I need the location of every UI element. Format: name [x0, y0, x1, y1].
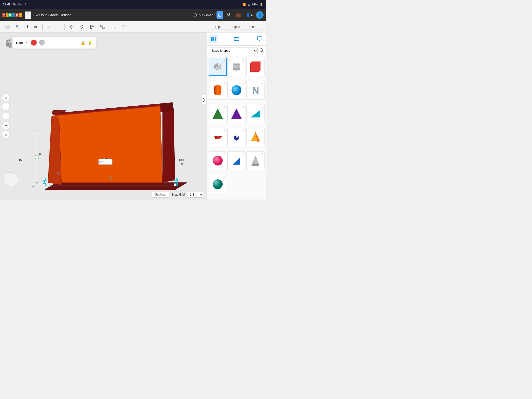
- navigation-circle[interactable]: [3, 172, 18, 187]
- star-icon-14[interactable]: ★: [242, 152, 245, 155]
- text-3d-shape: TEXT: [214, 135, 221, 139]
- svg-text:×: ×: [27, 153, 29, 157]
- pick-tool-button[interactable]: ⚒: [225, 11, 232, 19]
- annotation-icon: [257, 36, 263, 42]
- star-icon-4[interactable]: ★: [223, 82, 226, 85]
- logo-letter-e: E: [16, 13, 18, 17]
- settings-button[interactable]: Settings: [152, 192, 169, 198]
- shape-item-sphere-pink[interactable]: ★: [209, 151, 227, 170]
- undo-button[interactable]: ↩: [45, 23, 53, 31]
- object-name-label: Box: [16, 41, 23, 45]
- shape-item-wedge-blue2[interactable]: ★: [227, 151, 246, 170]
- svg-point-2: [70, 26, 72, 28]
- grid-view-button[interactable]: ⊞: [216, 11, 223, 19]
- shape-item-pyramid-purple[interactable]: ★: [227, 105, 246, 123]
- tinkercad-logo[interactable]: T I N K E R: [2, 13, 22, 17]
- star-icon-15[interactable]: ★: [261, 152, 263, 155]
- ruler-button[interactable]: [232, 34, 241, 43]
- shape-item-box-hatched[interactable]: ★: [209, 58, 227, 76]
- sendto-button[interactable]: Send To: [245, 24, 263, 30]
- star-icon-11[interactable]: ★: [242, 129, 245, 132]
- star-icon-10[interactable]: ★: [223, 129, 226, 132]
- hamburger-menu-button[interactable]: ☰: [25, 11, 31, 19]
- add-user-button[interactable]: 👤+: [244, 12, 254, 19]
- color-picker-solid[interactable]: [31, 40, 37, 46]
- shape-item-text-3d[interactable]: ★ TEXT: [209, 128, 227, 146]
- light-button[interactable]: [77, 23, 86, 31]
- shape-item-cylinder-hatched[interactable]: ★: [227, 58, 246, 76]
- shape-item-box-red[interactable]: ★: [246, 58, 265, 76]
- redo-button[interactable]: ↪: [54, 23, 62, 31]
- delete-button[interactable]: 🗑: [32, 23, 40, 31]
- app-header: T I N K E R ☰ Exquisite Gaaris-Densor AR…: [0, 9, 266, 21]
- toolbar-separator-2: [64, 24, 65, 30]
- avatar-icon: 👤: [258, 13, 262, 17]
- panel-collapse-button[interactable]: ❯: [201, 95, 206, 105]
- shape-item-cylinder-orange[interactable]: ★: [209, 81, 227, 99]
- rotate-handle[interactable]: ↻: [57, 171, 60, 176]
- svg-marker-73: [251, 156, 259, 165]
- logo-letter-t: T: [2, 13, 5, 17]
- camera-icon: [69, 25, 74, 29]
- shape-category-dropdown[interactable]: Basic Shapes: [209, 48, 258, 54]
- grid-layout-button[interactable]: [209, 34, 218, 43]
- viewport-canvas[interactable]: FRONT TOP ⌂ ⊡ + − ◈: [0, 33, 207, 200]
- star-icon-3[interactable]: ★: [261, 59, 263, 61]
- star-icon-5[interactable]: ★: [242, 82, 245, 85]
- svg-line-54: [263, 51, 264, 52]
- star-icon-9[interactable]: ★: [261, 106, 263, 108]
- red-box-shape: [251, 62, 260, 71]
- cone-icon: [250, 155, 260, 166]
- import-button[interactable]: Import: [211, 24, 227, 30]
- svg-marker-25: [48, 106, 163, 183]
- visibility-icon[interactable]: 💡: [87, 40, 92, 45]
- lock-icon[interactable]: 🔒: [81, 40, 85, 45]
- shape-item-sphere3[interactable]: ★: [209, 175, 227, 193]
- 3d-viewport-svg: × ↻ 8 15 ⅜ 13¼ 0 55½: [0, 33, 207, 200]
- shape-item-cube-blue[interactable]: ★: [227, 128, 246, 146]
- shape-item-letter-n[interactable]: ★ N: [246, 81, 265, 99]
- star-icon-16[interactable]: ★: [223, 176, 226, 179]
- camera-button[interactable]: [67, 23, 76, 31]
- annotation-button[interactable]: [255, 34, 264, 43]
- wifi-icon: 📶: [242, 3, 246, 6]
- new-design-button[interactable]: ⬜: [3, 23, 12, 31]
- snap-grid-select[interactable]: 1/8 in: [187, 192, 203, 198]
- shape-tool-2[interactable]: [98, 23, 107, 31]
- search-shapes-button[interactable]: [259, 48, 264, 54]
- user-avatar[interactable]: 👤: [256, 11, 264, 19]
- star-icon-12[interactable]: ★: [261, 129, 263, 132]
- star-icon-1[interactable]: ★: [223, 59, 225, 62]
- star-icon-2[interactable]: ★: [242, 59, 245, 61]
- shape-item-wedge-teal[interactable]: ★: [246, 105, 265, 123]
- align-button[interactable]: [119, 23, 128, 31]
- star-icon-13[interactable]: ★: [223, 152, 226, 155]
- color-picker-hole[interactable]: [39, 40, 45, 46]
- copy-button[interactable]: ⎘: [14, 23, 21, 31]
- star-icon-8[interactable]: ★: [242, 106, 245, 108]
- shape-item-sphere-blue[interactable]: ★: [227, 81, 246, 99]
- blue-cube-icon: [232, 132, 241, 142]
- yellow-pyramid-icon: [250, 132, 260, 143]
- duplicate-button[interactable]: ❑: [22, 23, 30, 31]
- panel-header: [207, 33, 266, 46]
- object-dropdown-chevron[interactable]: ▾: [25, 41, 27, 44]
- ar-viewer-button[interactable]: AR Viewer: [190, 12, 215, 18]
- shape-item-cone-gray[interactable]: ★: [246, 151, 265, 170]
- purple-pyramid-shape: [231, 108, 242, 119]
- teal-wedge-shape: [250, 110, 260, 117]
- shape-item-pyramid-green[interactable]: ★: [209, 105, 227, 123]
- shape-item-pyramid-yellow[interactable]: ★: [246, 128, 265, 146]
- blue-sphere-shape: [232, 85, 241, 95]
- star-icon-7[interactable]: ★: [223, 106, 226, 108]
- group-icon: [90, 25, 94, 29]
- suitcase-button[interactable]: 💼: [234, 11, 242, 19]
- shape-library-bar: Basic Shapes: [207, 46, 266, 56]
- logo-letter-n: N: [8, 13, 12, 17]
- export-button[interactable]: Export: [228, 24, 244, 30]
- star-icon-6[interactable]: ★: [261, 82, 263, 85]
- shapes-grid: ★ ★ ★ ★: [207, 56, 266, 200]
- toolbar-separator-1: [42, 24, 43, 30]
- shape-tool-1[interactable]: [88, 23, 97, 31]
- mirror-button[interactable]: [108, 23, 118, 31]
